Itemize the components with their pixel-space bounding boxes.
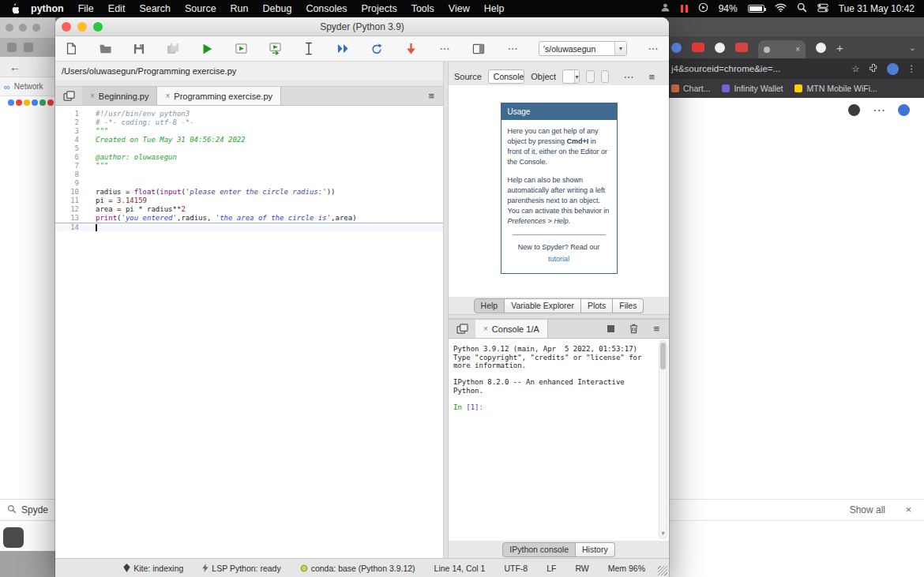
console-scrollbar[interactable]: ▼ [659, 340, 667, 539]
new-tab-icon[interactable]: + [836, 41, 843, 54]
run-cell-button[interactable] [233, 41, 249, 57]
menubar-clock[interactable]: Tue 31 May 10:42 [839, 3, 915, 14]
code-line[interactable]: 4Created on Tue May 31 04:56:24 2022 [55, 136, 443, 144]
run-cell-advance-button[interactable] [267, 41, 283, 57]
code-line[interactable]: 14 [55, 223, 443, 231]
scroll-down-icon[interactable]: ▼ [659, 530, 667, 538]
resize-grip[interactable] [658, 566, 667, 575]
zoom-window-button[interactable] [93, 22, 103, 32]
chevron-down-icon[interactable]: ▾ [614, 42, 626, 55]
bookmark-star-icon[interactable]: ☆ [851, 63, 859, 74]
minimize-window-button[interactable] [77, 22, 87, 32]
editor-options-icon[interactable]: ≡ [419, 90, 443, 102]
menu-item[interactable]: Tools [404, 3, 441, 14]
code-line[interactable]: 5 [55, 144, 443, 153]
save-button[interactable] [131, 41, 147, 57]
site-red-favicon[interactable] [735, 43, 748, 52]
working-directory-combobox[interactable]: 's/oluwasegun ▾ [539, 41, 627, 56]
menu-item[interactable]: Consoles [299, 3, 354, 14]
menu-item[interactable]: Search [132, 3, 178, 14]
screen-record-icon[interactable] [698, 2, 708, 15]
code-line[interactable]: 13print('you entered',radius, 'the area … [55, 214, 443, 223]
page-avatar-blue[interactable] [898, 104, 910, 116]
close-window-button[interactable] [62, 22, 71, 32]
browse-tabs-icon[interactable] [449, 320, 475, 338]
interrupt-kernel-icon[interactable] [607, 325, 614, 332]
tab-history[interactable]: History [576, 542, 615, 557]
menu-item[interactable]: View [441, 3, 477, 14]
menu-item[interactable]: Source [178, 3, 223, 14]
youtube-favicon[interactable] [692, 43, 704, 52]
page-more-icon[interactable]: ⋯ [873, 103, 885, 118]
user-icon[interactable] [660, 2, 670, 15]
tab-ipython-console[interactable]: IPython console [502, 542, 576, 557]
object-combobox[interactable]: ▾ [562, 69, 580, 84]
scrollbar-thumb[interactable] [660, 343, 666, 369]
background-bookmark[interactable]: ∞ Network [0, 77, 55, 96]
run-selection-button[interactable] [301, 41, 317, 57]
chevron-down-icon[interactable]: ▾ [574, 70, 579, 83]
pause-icon[interactable] [681, 5, 688, 13]
close-tab-icon[interactable]: × [165, 92, 170, 100]
spotlight-icon[interactable] [797, 2, 807, 15]
extension-icon[interactable] [869, 63, 878, 74]
control-center-icon[interactable] [817, 3, 828, 15]
console-options-icon[interactable]: ≡ [653, 323, 659, 335]
close-tab-icon[interactable]: × [483, 324, 488, 333]
bookmark-item[interactable]: Infinity Wallet [722, 84, 783, 93]
lock-icon[interactable] [586, 70, 595, 83]
eol-status[interactable]: LF [547, 564, 556, 573]
stop-button[interactable] [403, 41, 419, 57]
site-blue-favicon[interactable] [671, 43, 682, 53]
help-options-icon[interactable]: ≡ [640, 71, 663, 83]
browser-urlbar[interactable]: j4&sourceid=chrome&ie=... ☆ ⋮ [663, 58, 924, 79]
code-line[interactable]: 3""" [55, 127, 443, 136]
vertical-splitter[interactable] [443, 62, 449, 558]
wifi-icon[interactable] [775, 3, 787, 14]
window-titlebar[interactable]: Spyder (Python 3.9) [55, 17, 669, 36]
browser-active-tab[interactable]: × [758, 40, 806, 58]
code-line[interactable]: 7""" [55, 162, 443, 170]
toolbar-overflow-icon[interactable]: ⋯ [437, 41, 453, 57]
conda-status[interactable]: conda: base (Python 3.9.12) [300, 564, 415, 573]
code-line[interactable]: 1#!/usr/bin/env python3 [55, 110, 443, 118]
close-tab-icon[interactable]: × [795, 45, 800, 54]
profile-avatar[interactable] [887, 63, 899, 75]
menu-item[interactable]: Debug [256, 3, 299, 14]
url-text[interactable]: j4&sourceid=chrome&ie=... [671, 64, 780, 73]
code-line[interactable]: 6@author: oluwasegun [55, 153, 443, 162]
browse-directory-icon[interactable]: ⋯ [645, 41, 661, 57]
code-line[interactable]: 11pi = 3.14159 [55, 197, 443, 205]
close-icon[interactable]: × [906, 504, 911, 515]
tab-files[interactable]: Files [613, 298, 644, 313]
show-all-link[interactable]: Show all [850, 504, 885, 515]
maximize-pane-button[interactable] [471, 41, 486, 57]
console-output-area[interactable]: Python 3.9.12 (main, Apr 5 2022, 01:53:1… [449, 339, 669, 541]
tab-variable-explorer[interactable]: Variable Explorer [505, 298, 581, 313]
code-line[interactable]: 10radius = float(input('please enter the… [55, 188, 443, 197]
save-all-button[interactable] [165, 41, 181, 57]
code-line[interactable]: 9 [55, 179, 443, 188]
bookmark-item[interactable]: MTN Mobile WiFi... [794, 84, 877, 93]
source-combobox[interactable]: Console ▾ [488, 69, 524, 84]
github-favicon[interactable] [715, 43, 725, 53]
debug-run-button[interactable] [335, 41, 351, 57]
apple-menu-icon[interactable] [9, 3, 19, 14]
menu-item[interactable]: Edit [101, 3, 133, 14]
editor-tab[interactable]: ×Programming exercise.py [157, 87, 281, 105]
active-app-name[interactable]: python [24, 3, 71, 14]
trash-icon[interactable] [629, 323, 639, 335]
back-icon[interactable]: ← [9, 61, 21, 73]
console-prompt[interactable]: In [1]: [453, 403, 655, 412]
code-line[interactable]: 2# -*- coding: utf-8 -*- [55, 118, 443, 127]
close-tab-icon[interactable]: × [90, 92, 95, 100]
browser-menu-icon[interactable]: ⋮ [907, 63, 917, 74]
tab-plots[interactable]: Plots [581, 298, 613, 313]
menu-item[interactable]: Run [223, 3, 256, 14]
tab-search-icon[interactable]: ⌄ [909, 43, 916, 53]
bookmark-item[interactable]: Chart... [671, 84, 710, 93]
pin-icon[interactable] [601, 70, 610, 83]
code-line[interactable]: 8 [55, 170, 443, 179]
console-tab[interactable]: × Console 1/A [475, 320, 548, 338]
browse-tabs-icon[interactable] [55, 87, 82, 105]
